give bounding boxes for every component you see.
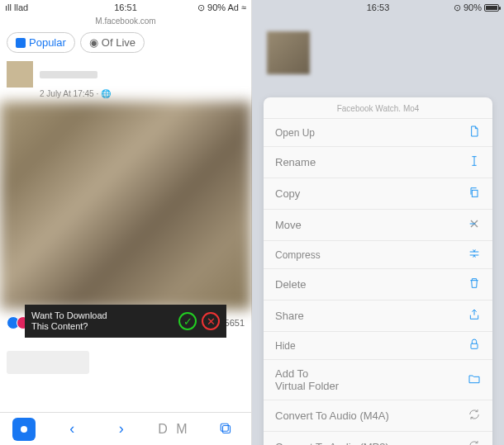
menu-item-label: Hide — [275, 340, 296, 352]
status-bar-right: 16:53 ⊙ 90% — [252, 0, 504, 15]
context-menu: Facebook Watch. Mo4 Open UpRenameCopyMov… — [264, 97, 492, 445]
menu-item-folder[interactable]: Add To Virtual Folder — [264, 360, 492, 400]
battery-text: ⊙ 90% Ad — [197, 2, 239, 13]
live-icon: ◉ — [89, 36, 98, 49]
share-icon — [468, 308, 481, 324]
menu-item-label: Rename — [275, 156, 316, 168]
menu-item-move[interactable]: Move — [264, 210, 492, 241]
time-label-right: 16:53 — [367, 2, 390, 12]
menu-item-cycle[interactable]: Convert To Audio (MP3) — [264, 432, 492, 445]
download-decline-button[interactable]: ✕ — [202, 312, 220, 330]
svg-rect-1 — [223, 425, 231, 433]
menu-item-label: Convert To Audio (MP3) — [275, 441, 389, 445]
username-redacted[interactable] — [40, 71, 97, 78]
menu-item-share[interactable]: Share — [264, 301, 492, 332]
file-thumbnail[interactable] — [267, 31, 310, 74]
tab-live-label: Of Live — [102, 36, 136, 49]
tab-live[interactable]: ◉ Of Live — [80, 32, 145, 53]
post-meta: 2 July At 17:45 · 🌐 — [0, 88, 251, 102]
avatar[interactable] — [7, 61, 33, 88]
svg-point-0 — [21, 426, 27, 433]
menu-item-doc[interactable]: Open Up — [264, 119, 492, 147]
wifi-icon: ≈ — [241, 2, 246, 12]
forward-button[interactable]: › — [109, 417, 134, 442]
svg-rect-2 — [221, 424, 228, 431]
copy-icon — [468, 186, 481, 201]
download-banner: Want To Download This Content? ✓ ✕ — [25, 305, 226, 338]
menu-item-rename[interactable]: Rename — [264, 147, 492, 178]
battery-icon — [484, 4, 499, 12]
menu-item-label: Compress — [275, 249, 321, 261]
doc-icon — [468, 125, 481, 140]
menu-item-label: Share — [275, 310, 304, 322]
menu-item-lock[interactable]: Hide — [264, 332, 492, 360]
menu-item-label: Open Up — [275, 127, 315, 139]
menu-item-copy[interactable]: Copy — [264, 178, 492, 210]
menu-title: Facebook Watch. Mo4 — [264, 97, 492, 119]
comment-redacted — [7, 351, 89, 374]
svg-rect-4 — [471, 343, 478, 348]
svg-rect-3 — [472, 190, 478, 196]
compress-icon — [468, 247, 481, 263]
post-media[interactable] — [0, 102, 251, 310]
battery-text-right: ⊙ 90% — [454, 2, 482, 13]
dm-button[interactable]: D M — [158, 422, 189, 437]
menu-item-label: Move — [275, 219, 302, 231]
tab-popular[interactable]: Popular — [7, 32, 75, 53]
menu-item-cycle[interactable]: Convert To Audio (M4A) — [264, 400, 492, 432]
menu-item-label: Delete — [275, 278, 307, 291]
menu-item-label: Add To Virtual Folder — [275, 367, 339, 392]
time-label: 16:51 — [114, 2, 137, 12]
trash-icon — [468, 277, 481, 292]
download-accept-button[interactable]: ✓ — [178, 312, 197, 330]
back-button[interactable]: ‹ — [59, 417, 84, 442]
tabs-button[interactable] — [214, 417, 239, 442]
menu-item-label: Copy — [275, 187, 300, 200]
rename-icon — [468, 154, 481, 170]
carrier-label: ıll llad — [5, 2, 28, 12]
menu-item-label: Convert To Audio (M4A) — [275, 409, 389, 422]
download-line1: Want To Download — [31, 310, 174, 321]
folder-icon — [468, 372, 481, 388]
bottom-toolbar: ‹ › D M — [0, 412, 251, 445]
move-icon — [468, 217, 481, 233]
home-button[interactable] — [12, 418, 36, 441]
status-bar-left: ıll llad 16:51 ⊙ 90% Ad ≈ — [0, 0, 251, 15]
cycle-icon — [468, 439, 481, 445]
download-line2: This Content? — [31, 321, 174, 332]
url-bar[interactable]: M.facebook.com — [0, 15, 251, 27]
cycle-icon — [468, 408, 481, 424]
menu-item-trash[interactable]: Delete — [264, 269, 492, 301]
tab-popular-label: Popular — [29, 36, 66, 49]
lock-icon — [468, 338, 481, 353]
play-icon — [16, 38, 26, 48]
menu-item-compress[interactable]: Compress — [264, 241, 492, 269]
